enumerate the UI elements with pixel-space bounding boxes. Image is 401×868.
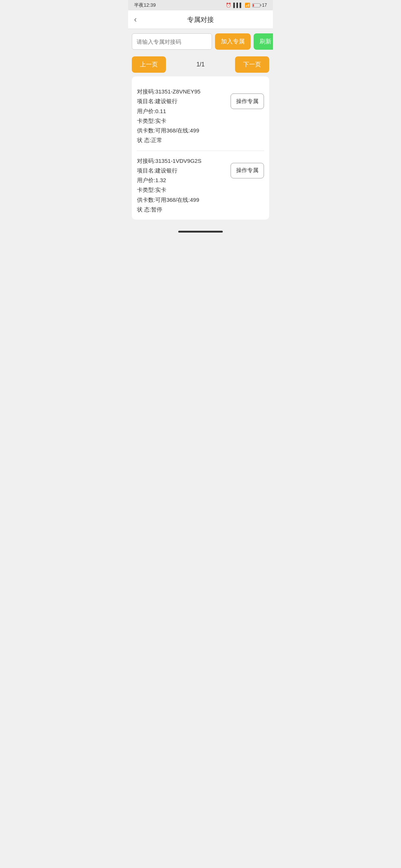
item-card-count-1: 供卡数:可用368/在线:499 xyxy=(137,126,227,135)
item-info-1: 对接码:31351-Z8VNEY95 项目名:建设银行 用户价:0.11 卡类型… xyxy=(137,87,227,145)
page-info: 1/1 xyxy=(169,61,232,68)
battery-text: 17 xyxy=(262,3,267,8)
item-project-name-2: 项目名:建设银行 xyxy=(137,166,227,175)
operate-button-1[interactable]: 操作专属 xyxy=(231,93,264,109)
page-title: 专属对接 xyxy=(187,15,214,24)
status-time: 半夜12:39 xyxy=(134,2,156,9)
bottom-indicator xyxy=(128,227,273,235)
search-area: 加入专属 刷新 xyxy=(128,29,273,54)
prev-page-button[interactable]: 上一页 xyxy=(132,56,166,73)
list-item: 对接码:31351-Z8VNEY95 项目名:建设银行 用户价:0.11 卡类型… xyxy=(137,82,264,151)
signal-icon: ▌▌▌ xyxy=(233,3,243,8)
item-dock-code-2: 对接码:31351-1VDV9G2S xyxy=(137,156,227,166)
item-card-type-1: 卡类型:实卡 xyxy=(137,116,227,126)
next-page-button[interactable]: 下一页 xyxy=(235,56,269,73)
home-indicator xyxy=(178,231,223,233)
item-user-price-1: 用户价:0.11 xyxy=(137,106,227,116)
list-item: 对接码:31351-1VDV9G2S 项目名:建设银行 用户价:1.32 卡类型… xyxy=(137,151,264,215)
status-icons: ⏰ ▌▌▌ 📶 17 xyxy=(226,3,267,8)
refresh-button[interactable]: 刷新 xyxy=(254,33,273,50)
item-user-price-2: 用户价:1.32 xyxy=(137,175,227,185)
operate-button-2[interactable]: 操作专属 xyxy=(231,163,264,178)
alarm-icon: ⏰ xyxy=(226,3,231,8)
battery-icon xyxy=(252,3,260,7)
item-info-2: 对接码:31351-1VDV9G2S 项目名:建设银行 用户价:1.32 卡类型… xyxy=(137,156,227,215)
status-bar: 半夜12:39 ⏰ ▌▌▌ 📶 17 xyxy=(128,0,273,10)
list-container: 对接码:31351-Z8VNEY95 项目名:建设银行 用户价:0.11 卡类型… xyxy=(128,76,273,227)
list-card: 对接码:31351-Z8VNEY95 项目名:建设银行 用户价:0.11 卡类型… xyxy=(132,76,269,220)
back-button[interactable]: ‹ xyxy=(134,16,137,24)
item-project-name-1: 项目名:建设银行 xyxy=(137,96,227,106)
item-status-2: 状 态:暂停 xyxy=(137,205,227,214)
wifi-icon: 📶 xyxy=(245,3,250,8)
join-button[interactable]: 加入专属 xyxy=(215,33,251,50)
search-input[interactable] xyxy=(132,33,212,50)
item-card-count-2: 供卡数:可用368/在线:499 xyxy=(137,195,227,205)
item-dock-code-1: 对接码:31351-Z8VNEY95 xyxy=(137,87,227,96)
header: ‹ 专属对接 xyxy=(128,10,273,29)
item-status-1: 状 态:正常 xyxy=(137,135,227,145)
pagination-bar: 上一页 1/1 下一页 xyxy=(128,54,273,76)
item-card-type-2: 卡类型:实卡 xyxy=(137,185,227,195)
